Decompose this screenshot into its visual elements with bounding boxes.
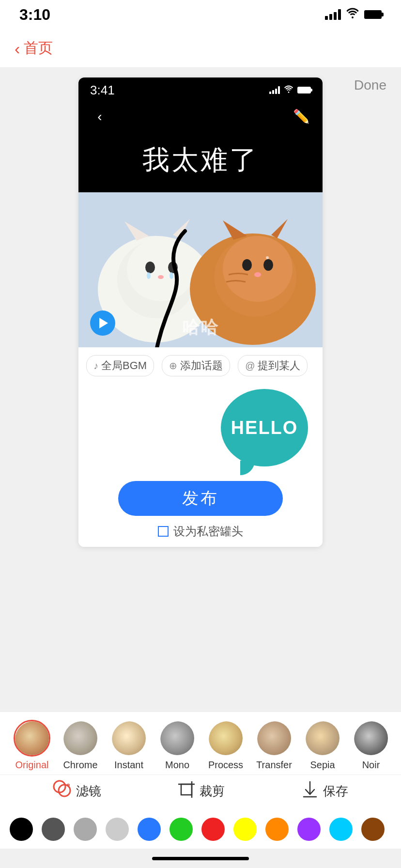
bgm-icon: ♪ [93, 360, 98, 372]
save-btn-label: 保存 [323, 783, 348, 800]
crop-button[interactable]: 裁剪 [178, 781, 225, 801]
color-purple[interactable] [297, 818, 321, 841]
filter-label-noir: Noir [362, 760, 380, 771]
filter-button[interactable]: ⊗ 滤镜 [53, 780, 101, 802]
color-darkgray[interactable] [42, 818, 65, 841]
private-row: 设为私密罐头 [158, 524, 243, 539]
mention-label: 提到某人 [258, 358, 300, 373]
ha-ha-text: 哈哈 [182, 316, 219, 340]
svg-point-3 [127, 238, 195, 301]
filter-item-instant[interactable]: Instant [105, 720, 153, 771]
filter-circle-sepia [306, 721, 341, 757]
color-lightgray[interactable] [106, 818, 129, 841]
color-cyan[interactable] [329, 818, 353, 841]
filter-thumb-instant [110, 720, 147, 757]
svg-point-8 [147, 272, 151, 279]
hello-bubble: HELLO [221, 389, 308, 466]
svg-point-6 [145, 262, 155, 273]
svg-point-18 [254, 272, 261, 277]
topic-icon: ⊕ [169, 360, 177, 372]
svg-text:⊗: ⊗ [66, 783, 70, 788]
back-chevron-icon: ‹ [15, 40, 20, 57]
big-title-text: 我太难了 [142, 142, 259, 179]
filter-thumb-original [14, 720, 50, 757]
filter-label-process: Process [208, 760, 243, 771]
filter-thumb-mono [159, 720, 196, 757]
mention-icon: @ [245, 360, 255, 372]
main-content: Done 3:41 ‹ ✏️ 我太难了 [0, 68, 401, 702]
back-button[interactable]: ‹ 首页 [15, 38, 53, 58]
save-button[interactable]: 保存 [302, 781, 348, 802]
publish-button[interactable]: 发布 [118, 481, 283, 516]
private-label: 设为私密罐头 [173, 524, 243, 539]
filter-item-noir[interactable]: Noir [347, 720, 395, 771]
play-icon [99, 318, 108, 328]
color-palette [0, 810, 401, 849]
inner-icons [269, 85, 311, 95]
mention-tag[interactable]: @ 提到某人 [238, 355, 308, 376]
color-gray[interactable] [74, 818, 97, 841]
home-bar [152, 857, 249, 860]
filter-circle-mono [160, 721, 196, 757]
filter-thumb-process [207, 720, 244, 757]
filter-thumb-sepia [304, 720, 341, 757]
filter-item-sepia[interactable]: Sepia [298, 720, 347, 771]
wifi-icon [346, 8, 359, 21]
bgm-tag[interactable]: ♪ 全局BGM [86, 355, 154, 376]
bgm-label: 全局BGM [101, 358, 147, 373]
filter-label-instant: Instant [114, 760, 143, 771]
filter-item-transfer[interactable]: Transfer [250, 720, 298, 771]
color-blue[interactable] [138, 818, 161, 841]
filter-circle-instant [112, 721, 147, 757]
color-brown[interactable] [361, 818, 385, 841]
svg-point-15 [242, 259, 252, 271]
filter-label-sepia: Sepia [310, 760, 335, 771]
done-button[interactable]: Done [354, 78, 386, 93]
filter-label-mono: Mono [165, 760, 189, 771]
inner-battery-icon [297, 87, 311, 93]
save-icon [302, 781, 318, 802]
filter-circle-process [209, 721, 244, 757]
hello-bubble-area: HELLO [78, 384, 323, 471]
filter-item-original[interactable]: Original [8, 720, 56, 771]
color-green[interactable] [170, 818, 193, 841]
color-yellow[interactable] [233, 818, 257, 841]
topic-tag[interactable]: ⊕ 添加话题 [162, 355, 230, 376]
filter-thumb-transfer [256, 720, 293, 757]
filter-btn-label: 滤镜 [76, 783, 101, 800]
spacer [0, 547, 401, 702]
color-black[interactable] [10, 818, 33, 841]
bottom-toolbar: Original Chrome Instant Mono [0, 712, 401, 868]
private-checkbox[interactable] [158, 526, 169, 537]
filter-item-process[interactable]: Process [201, 720, 250, 771]
inner-nav: ‹ ✏️ [78, 103, 323, 132]
svg-point-17 [158, 275, 164, 279]
filter-item-chrome[interactable]: Chrome [56, 720, 105, 771]
home-indicator [0, 849, 401, 868]
svg-rect-23 [181, 784, 192, 795]
big-title-section: 我太难了 [78, 132, 323, 192]
color-red[interactable] [201, 818, 225, 841]
svg-point-19 [266, 256, 269, 259]
back-label: 首页 [24, 38, 53, 58]
topic-label: 添加话题 [180, 358, 223, 373]
hello-text: HELLO [231, 418, 298, 438]
nav-bar: ‹ 首页 [0, 29, 401, 68]
color-orange[interactable] [265, 818, 289, 841]
cat-image-area: 哈哈 [78, 192, 323, 347]
filter-circle-original [15, 721, 50, 757]
filter-item-mono[interactable]: Mono [153, 720, 201, 771]
inner-wifi-icon [284, 85, 293, 95]
inner-signal-icon [269, 86, 280, 94]
svg-point-16 [263, 259, 273, 271]
filter-circle-noir [354, 721, 389, 757]
crop-icon [178, 781, 195, 801]
status-time: 3:10 [19, 6, 50, 24]
tags-row: ♪ 全局BGM ⊕ 添加话题 @ 提到某人 [78, 347, 323, 384]
inner-edit-icon: ✏️ [292, 108, 311, 124]
play-button[interactable] [90, 310, 115, 336]
inner-status-bar: 3:41 [78, 78, 323, 103]
filter-btn-icon: ⊗ [53, 780, 71, 802]
phone-card: 3:41 ‹ ✏️ 我太难了 [78, 78, 323, 547]
filter-circle-chrome [63, 721, 99, 757]
